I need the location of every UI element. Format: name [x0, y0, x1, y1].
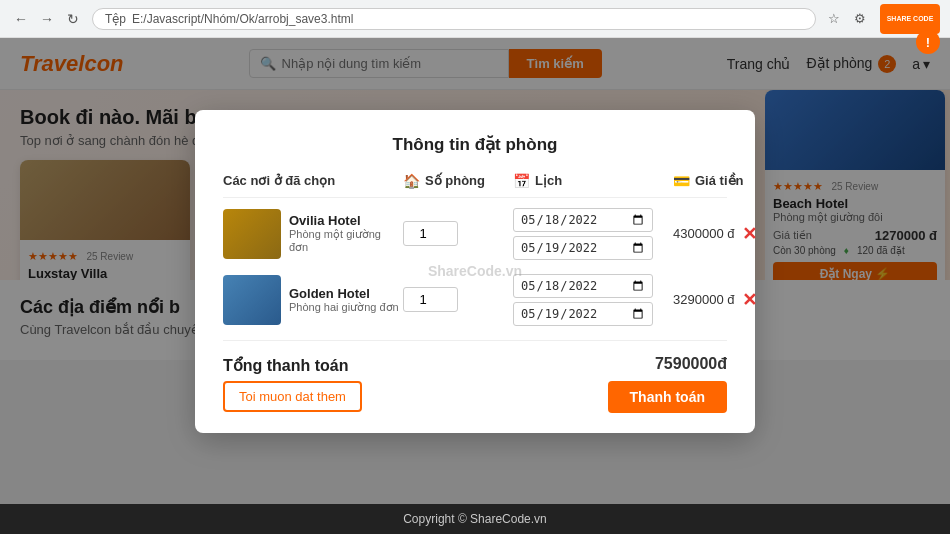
booking-modal: ShareCode.vn Thông tin đặt phòng Các nơi… — [195, 110, 755, 433]
hotel-thumb-1 — [223, 275, 281, 325]
alert-icon[interactable]: ! — [916, 30, 940, 54]
hotel-info-1: Golden Hotel Phòng hai giường đơn — [223, 275, 403, 325]
back-button[interactable]: ← — [10, 8, 32, 30]
extensions-icon[interactable]: ⚙ — [850, 9, 870, 29]
modal-title: Thông tin đặt phòng — [223, 134, 727, 155]
hotel-price-1: 3290000 đ — [673, 292, 734, 307]
copyright-bar: Copyright © ShareCode.vn — [0, 504, 950, 534]
browser-chrome: ← → ↻ Tệp E:/Javascript/Nhóm/Ok/arrobj_s… — [0, 0, 950, 38]
modal-footer: Tổng thanh toán Toi muon dat them 759000… — [223, 340, 727, 413]
refresh-button[interactable]: ↻ — [62, 8, 84, 30]
hotel-dates-1 — [513, 274, 673, 326]
add-more-button[interactable]: Toi muon dat them — [223, 381, 362, 412]
hotel-row-1: Golden Hotel Phòng hai giường đơn 329000… — [223, 274, 727, 326]
room-qty-input-1[interactable] — [403, 287, 458, 312]
hotel-name-1: Golden Hotel — [289, 286, 399, 301]
bookmark-icon[interactable]: ☆ — [824, 9, 844, 29]
checkin-date-1[interactable] — [513, 274, 653, 298]
room-qty-input-0[interactable] — [403, 221, 458, 246]
hotel-name-0: Ovilia Hotel — [289, 213, 403, 228]
hotel-details-0: Ovilia Hotel Phòng một giường đơn — [289, 213, 403, 254]
browser-nav-buttons: ← → ↻ — [10, 8, 84, 30]
hotel-dates-0 — [513, 208, 673, 260]
browser-icons: ☆ ⚙ SHARE CODE — [824, 4, 940, 34]
th-places: Các nơi ở đã chọn — [223, 173, 403, 189]
delete-hotel-0[interactable]: ✕ — [742, 223, 757, 245]
checkout-date-0[interactable] — [513, 236, 653, 260]
hotel-row-0: Ovilia Hotel Phòng một giường đơn 430000… — [223, 208, 727, 260]
th-schedule: 📅 Lịch — [513, 173, 673, 189]
hotel-price-cell-1: 3290000 đ ✕ — [673, 289, 803, 311]
forward-button[interactable]: → — [36, 8, 58, 30]
checkout-date-1[interactable] — [513, 302, 653, 326]
hotel-price-cell-0: 4300000 đ ✕ — [673, 223, 803, 245]
hotel-details-1: Golden Hotel Phòng hai giường đơn — [289, 286, 399, 314]
money-th-icon: 💳 — [673, 173, 690, 189]
copyright-text: Copyright © ShareCode.vn — [403, 512, 547, 526]
hotel-qty-1[interactable] — [403, 287, 513, 312]
th-price: 💳 Giá tiền — [673, 173, 803, 189]
calendar-th-icon: 📅 — [513, 173, 530, 189]
hotel-room-0: Phòng một giường đơn — [289, 228, 403, 254]
address-url: E:/Javascript/Nhóm/Ok/arrobj_save3.html — [132, 12, 353, 26]
hotel-info-0: Ovilia Hotel Phòng một giường đơn — [223, 209, 403, 259]
modal-table-header: Các nơi ở đã chọn 🏠 Số phòng 📅 Lịch 💳 Gi… — [223, 173, 727, 198]
checkin-date-0[interactable] — [513, 208, 653, 232]
delete-hotel-1[interactable]: ✕ — [742, 289, 757, 311]
footer-right: 7590000đ Thanh toán — [608, 355, 727, 413]
modal-backdrop: ShareCode.vn Thông tin đặt phòng Các nơi… — [0, 38, 950, 504]
hotel-qty-0[interactable] — [403, 221, 513, 246]
hotel-thumb-0 — [223, 209, 281, 259]
total-section: Tổng thanh toán Toi muon dat them — [223, 356, 362, 412]
total-amount: 7590000đ — [655, 355, 727, 373]
home-th-icon: 🏠 — [403, 173, 420, 189]
hotel-room-1: Phòng hai giường đơn — [289, 301, 399, 314]
total-label: Tổng thanh toán — [223, 356, 362, 375]
address-bar[interactable]: Tệp E:/Javascript/Nhóm/Ok/arrobj_save3.h… — [92, 8, 816, 30]
checkout-button[interactable]: Thanh toán — [608, 381, 727, 413]
sharecode-browser-logo: SHARE CODE — [880, 4, 940, 34]
address-prefix: Tệp — [105, 12, 126, 26]
th-rooms: 🏠 Số phòng — [403, 173, 513, 189]
hotel-price-0: 4300000 đ — [673, 226, 734, 241]
